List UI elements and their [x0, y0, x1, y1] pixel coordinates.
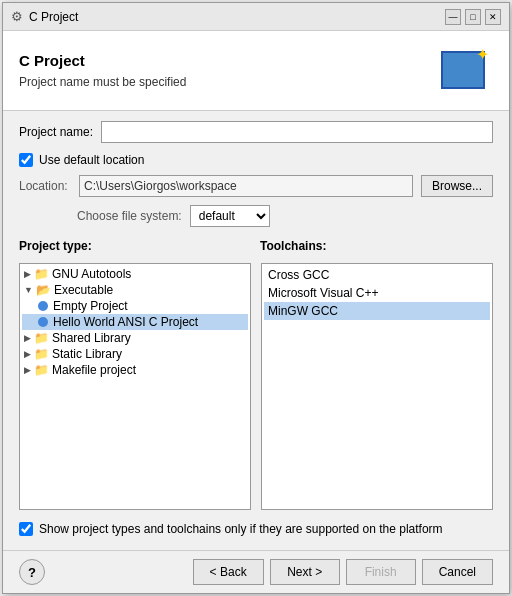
- toolchain-label: Microsoft Visual C++: [268, 286, 379, 300]
- list-item[interactable]: ▶ 📁 GNU Autotools: [22, 266, 248, 282]
- folder-icon: 📁: [34, 347, 49, 361]
- show-supported-checkbox[interactable]: [19, 522, 33, 536]
- location-row: Location: Browse...: [19, 175, 493, 197]
- header-section: C Project Project name must be specified…: [3, 31, 509, 111]
- toolchains-label-container: Toolchains:: [260, 239, 493, 253]
- window-icon: ⚙: [11, 9, 23, 24]
- list-item[interactable]: Cross GCC: [264, 266, 490, 284]
- folder-open-icon: 📂: [36, 283, 51, 297]
- toolchains-panel: Cross GCC Microsoft Visual C++ MinGW GCC: [261, 263, 493, 510]
- help-button[interactable]: ?: [19, 559, 45, 585]
- location-label: Location:: [19, 179, 71, 193]
- list-item[interactable]: Hello World ANSI C Project: [22, 314, 248, 330]
- title-bar-controls: — □ ✕: [445, 9, 501, 25]
- panels-labels: Project type: Toolchains:: [19, 239, 493, 253]
- header-subtitle: Project name must be specified: [19, 75, 441, 89]
- list-item[interactable]: ▶ 📁 Makefile project: [22, 362, 248, 378]
- title-bar-left: ⚙ C Project: [11, 9, 78, 24]
- folder-icon: 📁: [34, 363, 49, 377]
- item-label: Makefile project: [52, 363, 136, 377]
- item-label: Empty Project: [53, 299, 128, 313]
- use-default-location-row: Use default location: [19, 153, 493, 167]
- dialog: ⚙ C Project — □ ✕ C Project Project name…: [2, 2, 510, 594]
- list-item[interactable]: ▶ 📁 Static Library: [22, 346, 248, 362]
- toolchain-label: MinGW GCC: [268, 304, 338, 318]
- toolchain-label: Cross GCC: [268, 268, 329, 282]
- list-item[interactable]: ▼ 📂 Executable: [22, 282, 248, 298]
- project-name-row: Project name:: [19, 121, 493, 143]
- button-bar: ? < Back Next > Finish Cancel: [3, 550, 509, 593]
- panels-row: ▶ 📁 GNU Autotools ▼ 📂 Executable Empty P…: [19, 263, 493, 510]
- header-left: C Project Project name must be specified: [19, 52, 441, 89]
- header-icon-star: ✦: [476, 45, 489, 64]
- finish-button[interactable]: Finish: [346, 559, 416, 585]
- header-title: C Project: [19, 52, 441, 69]
- project-types-panel: ▶ 📁 GNU Autotools ▼ 📂 Executable Empty P…: [19, 263, 251, 510]
- collapse-arrow: ▶: [24, 269, 31, 279]
- list-item[interactable]: ▶ 📁 Shared Library: [22, 330, 248, 346]
- back-button[interactable]: < Back: [193, 559, 264, 585]
- header-icon-inner: ✦: [441, 51, 485, 89]
- folder-icon: 📁: [34, 267, 49, 281]
- location-input[interactable]: [79, 175, 413, 197]
- close-button[interactable]: ✕: [485, 9, 501, 25]
- content-area: Project name: Use default location Locat…: [3, 111, 509, 550]
- nav-buttons: < Back Next > Finish Cancel: [193, 559, 493, 585]
- filesystem-select[interactable]: default: [190, 205, 270, 227]
- minimize-button[interactable]: —: [445, 9, 461, 25]
- cancel-button[interactable]: Cancel: [422, 559, 493, 585]
- item-label: Static Library: [52, 347, 122, 361]
- collapse-arrow: ▶: [24, 333, 31, 343]
- expand-arrow: ▼: [24, 285, 33, 295]
- collapse-arrow: ▶: [24, 349, 31, 359]
- dot-icon: [38, 301, 48, 311]
- list-item[interactable]: Empty Project: [22, 298, 248, 314]
- show-supported-label: Show project types and toolchains only i…: [39, 522, 443, 536]
- filesystem-row: Choose file system: default: [19, 205, 493, 227]
- maximize-button[interactable]: □: [465, 9, 481, 25]
- folder-icon: 📁: [34, 331, 49, 345]
- use-default-location-label: Use default location: [39, 153, 144, 167]
- list-item[interactable]: MinGW GCC: [264, 302, 490, 320]
- item-label: GNU Autotools: [52, 267, 131, 281]
- project-name-input[interactable]: [101, 121, 493, 143]
- project-type-label: Project type:: [19, 239, 92, 253]
- header-icon: ✦: [441, 45, 493, 97]
- dot-icon: [38, 317, 48, 327]
- item-label: Executable: [54, 283, 113, 297]
- filesystem-label: Choose file system:: [77, 209, 182, 223]
- bottom-checkbox-row: Show project types and toolchains only i…: [19, 522, 493, 536]
- title-bar: ⚙ C Project — □ ✕: [3, 3, 509, 31]
- list-item[interactable]: Microsoft Visual C++: [264, 284, 490, 302]
- item-label: Shared Library: [52, 331, 131, 345]
- item-label: Hello World ANSI C Project: [53, 315, 198, 329]
- browse-button[interactable]: Browse...: [421, 175, 493, 197]
- collapse-arrow: ▶: [24, 365, 31, 375]
- window-title: C Project: [29, 10, 78, 24]
- use-default-location-checkbox[interactable]: [19, 153, 33, 167]
- next-button[interactable]: Next >: [270, 559, 340, 585]
- project-type-label-container: Project type:: [19, 239, 252, 253]
- toolchains-label: Toolchains:: [260, 239, 326, 253]
- project-name-label: Project name:: [19, 125, 93, 139]
